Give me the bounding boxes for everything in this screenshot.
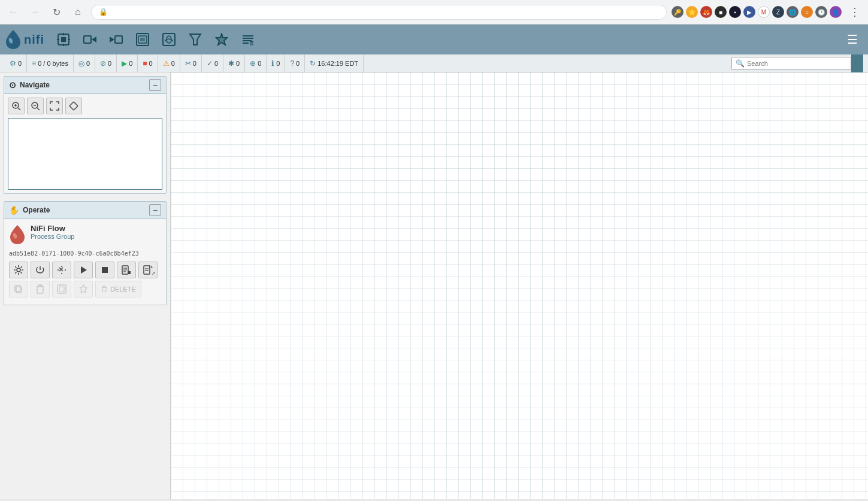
processor-tool-btn[interactable] [52, 28, 75, 51]
create-template-button[interactable] [117, 262, 136, 278]
url-input[interactable]: localhost:8080/nifi/ [111, 8, 659, 17]
disable-button[interactable] [52, 262, 71, 278]
remote-group-tool-btn[interactable] [157, 28, 181, 51]
zoom-out-button[interactable] [27, 98, 44, 114]
upload-template-button[interactable]: ↗ [138, 262, 158, 278]
svg-rect-14 [163, 34, 175, 45]
address-bar[interactable]: 🔒 localhost:8080/nifi/ [91, 5, 667, 20]
tasks-status-icon: ◎ [78, 59, 84, 68]
stopped-status-icon: ■ [143, 59, 147, 68]
svg-rect-13 [140, 38, 145, 41]
browser-menu-button[interactable]: ⋮ [846, 4, 863, 20]
search-box[interactable]: 🔍 [731, 57, 851, 70]
svg-line-29 [69, 102, 74, 106]
funnel-icon [189, 33, 202, 46]
status-local: ✱ 0 [223, 54, 245, 72]
info-status-icon: ℹ [271, 59, 274, 68]
nifi-status-bar: ⚙ 0 ≡ 0 / 0 bytes ◎ 0 ⊘ 0 ▶ 0 ■ 0 ⚠ 0 ✂ [0, 54, 868, 72]
disable-icon [57, 265, 66, 275]
process-group-tool-btn[interactable] [131, 28, 155, 51]
ext-key[interactable]: 🔑 [672, 6, 683, 18]
nifi-logo-svg [5, 29, 22, 50]
unknown-value: 0 [296, 60, 300, 67]
enable-button[interactable] [31, 262, 50, 278]
zoom-out-icon [31, 101, 40, 111]
start-button[interactable] [74, 262, 93, 278]
configure-icon [14, 265, 23, 275]
copy-button[interactable] [9, 281, 28, 297]
navigate-header-left: ⊙ Navigate [9, 80, 50, 90]
hamburger-menu-button[interactable]: ☰ [842, 29, 863, 50]
svg-line-31 [69, 106, 74, 110]
lock-icon: 🔒 [99, 8, 108, 16]
stop-button[interactable] [95, 262, 114, 278]
svg-rect-38 [102, 267, 108, 273]
template-tool-btn[interactable] [210, 28, 234, 51]
fit-icon [50, 101, 59, 111]
output-port-tool-btn[interactable] [104, 28, 128, 51]
stopped-value: 0 [149, 60, 153, 67]
actual-size-icon [69, 101, 78, 111]
ext-z[interactable]: Z [772, 6, 784, 18]
operate-buttons-row1: ↗ [9, 262, 161, 278]
svg-rect-43 [144, 266, 150, 274]
home-button[interactable]: ⌂ [69, 4, 86, 20]
svg-rect-9 [115, 36, 122, 43]
status-disabled: ✂ 0 [180, 54, 202, 72]
disabled-value: 0 [193, 60, 196, 67]
input-port-tool-btn[interactable] [78, 28, 102, 51]
color-button[interactable] [74, 281, 93, 297]
ext-dark1[interactable]: ■ [715, 6, 727, 18]
back-button[interactable]: ← [5, 4, 22, 20]
ext-red[interactable]: 🦊 [700, 6, 712, 18]
group-button[interactable] [52, 281, 71, 297]
svg-marker-37 [81, 266, 87, 274]
operate-title: Operate [23, 206, 50, 214]
operate-collapse-button[interactable]: − [149, 204, 161, 216]
reload-button[interactable]: ↻ [48, 4, 65, 20]
ext-clock[interactable]: 🕐 [815, 6, 827, 18]
svg-rect-53 [59, 287, 64, 292]
paste-button[interactable] [31, 281, 50, 297]
label-tool-btn[interactable] [236, 28, 260, 51]
fit-button[interactable] [46, 98, 63, 114]
operate-buttons-row2: DELETE [9, 281, 161, 297]
search-input[interactable] [747, 60, 847, 67]
operate-panel-header: ✋ Operate − [4, 202, 166, 219]
remote-group-icon [162, 33, 176, 46]
unknown-status-icon: ? [290, 59, 294, 68]
ext-dark2[interactable]: ▪ [729, 6, 741, 18]
invalid-value: 0 [108, 60, 111, 67]
status-unknown: ? 0 [285, 54, 305, 72]
forward-button[interactable]: → [26, 4, 43, 20]
ext-avatar[interactable]: 👤 [830, 6, 842, 18]
ext-video[interactable]: ▶ [743, 6, 755, 18]
start-icon [78, 265, 88, 275]
svg-rect-2 [61, 37, 66, 42]
navigate-collapse-button[interactable]: − [149, 79, 161, 91]
create-template-icon [122, 265, 131, 275]
warnings-value: 0 [171, 60, 175, 67]
delete-button[interactable]: DELETE [95, 281, 141, 297]
info-value: 0 [276, 60, 280, 67]
navigate-title: Navigate [20, 81, 50, 89]
local-value: 0 [236, 60, 240, 67]
valid-status-icon: ✓ [207, 59, 213, 68]
valid-value: 0 [214, 60, 218, 67]
actual-size-button[interactable] [65, 98, 82, 114]
svg-line-32 [74, 102, 78, 106]
operate-flow-info: NiFi Flow Process Group [9, 224, 161, 245]
zoom-in-button[interactable] [8, 98, 25, 114]
nifi-canvas[interactable] [171, 72, 868, 499]
ext-orange[interactable]: ○ [801, 6, 813, 18]
warnings-status-icon: ⚠ [163, 59, 170, 68]
color-icon [78, 284, 88, 294]
ext-gmail[interactable]: M [758, 6, 770, 18]
delete-icon [101, 286, 108, 293]
copy-icon [14, 284, 23, 294]
ext-star[interactable]: ⭐ [686, 6, 698, 18]
ext-globe[interactable]: 🌐 [787, 6, 799, 18]
configure-button[interactable] [9, 262, 28, 278]
status-queued: ≡ 0 / 0 bytes [27, 54, 74, 72]
funnel-tool-btn[interactable] [183, 28, 207, 51]
